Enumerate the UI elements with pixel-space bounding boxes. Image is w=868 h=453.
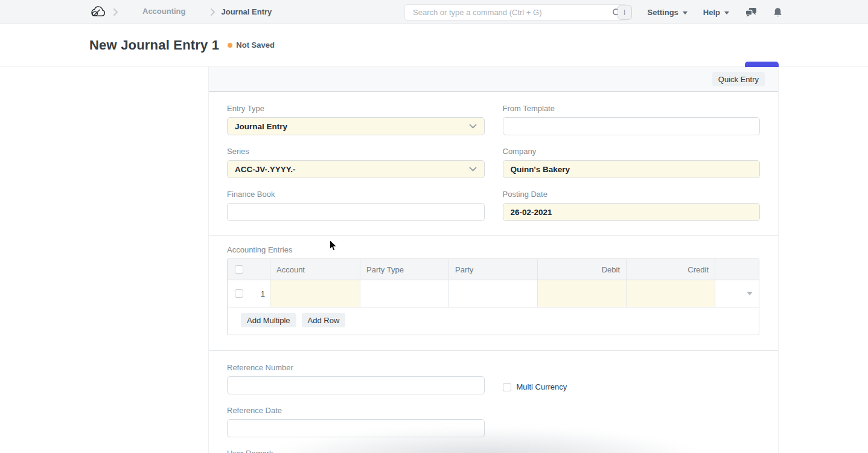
column-header-debit[interactable]: Debit bbox=[538, 259, 627, 280]
table-row: 1 bbox=[228, 280, 759, 307]
page-head: New Journal Entry 1 Not Saved Save bbox=[0, 24, 868, 66]
field-reference-number: Reference Number bbox=[227, 363, 485, 394]
grid-footer: Add Multiple Add Row bbox=[228, 307, 759, 335]
navbar: Accounting Journal Entry I Settings Help bbox=[0, 0, 868, 24]
finance-book-label: Finance Book bbox=[227, 190, 485, 199]
form-toolbar: Quick Entry bbox=[209, 67, 778, 92]
notifications-bell-icon[interactable] bbox=[773, 7, 782, 18]
field-multi-currency: Multi Currency bbox=[503, 382, 761, 391]
chevron-right-icon bbox=[113, 8, 118, 16]
field-from-template: From Template bbox=[503, 104, 761, 135]
column-header-account[interactable]: Account bbox=[270, 259, 360, 280]
user-remark-label: User Remark bbox=[227, 449, 485, 453]
entry-type-select[interactable]: Journal Entry bbox=[227, 117, 485, 135]
posting-date-label: Posting Date bbox=[503, 190, 761, 199]
app-logo-icon[interactable] bbox=[89, 5, 107, 19]
column-header-party[interactable]: Party bbox=[449, 259, 538, 280]
chevron-down-icon bbox=[469, 124, 477, 129]
field-finance-book: Finance Book bbox=[227, 190, 485, 221]
series-value: ACC-JV-.YYYY.- bbox=[235, 165, 296, 174]
status-indicator: Not Saved bbox=[228, 40, 275, 50]
settings-label: Settings bbox=[648, 8, 678, 17]
select-all-checkbox[interactable] bbox=[235, 265, 243, 274]
multi-currency-label: Multi Currency bbox=[517, 382, 567, 391]
global-search[interactable] bbox=[404, 4, 628, 21]
reference-number-input[interactable] bbox=[227, 376, 485, 394]
series-select[interactable]: ACC-JV-.YYYY.- bbox=[227, 160, 485, 178]
row-expand-cell[interactable] bbox=[715, 280, 759, 307]
chevron-down-icon bbox=[724, 11, 729, 14]
row-index[interactable]: 1 bbox=[261, 289, 265, 298]
row-checkbox[interactable] bbox=[235, 289, 243, 298]
posting-date-input[interactable] bbox=[503, 203, 761, 221]
from-template-label: From Template bbox=[503, 104, 761, 113]
section-reference: Reference Number Reference Date User Rem… bbox=[209, 350, 778, 453]
breadcrumb-journal-entry[interactable]: Journal Entry bbox=[222, 7, 272, 16]
debit-cell[interactable] bbox=[538, 280, 627, 307]
party-type-cell[interactable] bbox=[360, 280, 449, 307]
chat-icon[interactable] bbox=[745, 7, 758, 18]
chevron-down-icon bbox=[683, 11, 688, 14]
field-user-remark: User Remark bbox=[227, 449, 485, 453]
column-header-party-type[interactable]: Party Type bbox=[360, 259, 449, 280]
field-reference-date: Reference Date bbox=[227, 406, 485, 437]
status-dot-icon bbox=[228, 43, 232, 48]
reference-date-input[interactable] bbox=[227, 419, 485, 437]
add-row-button[interactable]: Add Row bbox=[302, 313, 346, 327]
field-posting-date: Posting Date bbox=[503, 190, 761, 221]
status-text: Not Saved bbox=[236, 40, 275, 50]
accounting-entries-label: Accounting Entries bbox=[227, 245, 760, 254]
settings-menu[interactable]: Settings bbox=[648, 8, 688, 17]
section-main: Entry Type Journal Entry Series ACC-JV-.… bbox=[209, 92, 778, 235]
page-title: New Journal Entry 1 bbox=[89, 37, 219, 53]
credit-cell[interactable] bbox=[627, 280, 715, 307]
field-entry-type: Entry Type Journal Entry bbox=[227, 104, 485, 135]
help-menu[interactable]: Help bbox=[703, 8, 729, 17]
series-label: Series bbox=[227, 147, 485, 156]
entry-type-value: Journal Entry bbox=[235, 122, 287, 131]
company-input[interactable] bbox=[503, 160, 761, 178]
finance-book-input[interactable] bbox=[227, 203, 485, 221]
chevron-right-icon bbox=[210, 8, 215, 16]
chevron-down-icon bbox=[469, 167, 477, 172]
help-label: Help bbox=[703, 8, 720, 17]
add-multiple-button[interactable]: Add Multiple bbox=[241, 313, 296, 327]
search-input[interactable] bbox=[405, 8, 612, 17]
entry-type-label: Entry Type bbox=[227, 104, 485, 113]
account-cell[interactable] bbox=[270, 280, 360, 307]
from-template-input[interactable] bbox=[503, 117, 761, 135]
form-card: Quick Entry Entry Type Journal Entry Ser… bbox=[208, 67, 779, 453]
column-header-credit[interactable]: Credit bbox=[627, 259, 715, 280]
reference-number-label: Reference Number bbox=[227, 363, 485, 372]
field-series: Series ACC-JV-.YYYY.- bbox=[227, 147, 485, 178]
field-company: Company bbox=[503, 147, 761, 178]
quick-entry-button[interactable]: Quick Entry bbox=[712, 72, 765, 86]
multi-currency-checkbox[interactable] bbox=[503, 383, 511, 391]
avatar[interactable]: I bbox=[617, 5, 632, 20]
accounting-entries-grid: Account Party Type Party Debit Credit 1 bbox=[227, 259, 759, 335]
company-label: Company bbox=[503, 147, 761, 156]
party-cell[interactable] bbox=[449, 280, 538, 307]
reference-date-label: Reference Date bbox=[227, 406, 485, 415]
row-dropdown-icon[interactable] bbox=[747, 292, 753, 295]
section-accounting-entries: Accounting Entries Account Party Type Pa… bbox=[209, 235, 778, 350]
grid-header-row: Account Party Type Party Debit Credit bbox=[228, 259, 759, 280]
